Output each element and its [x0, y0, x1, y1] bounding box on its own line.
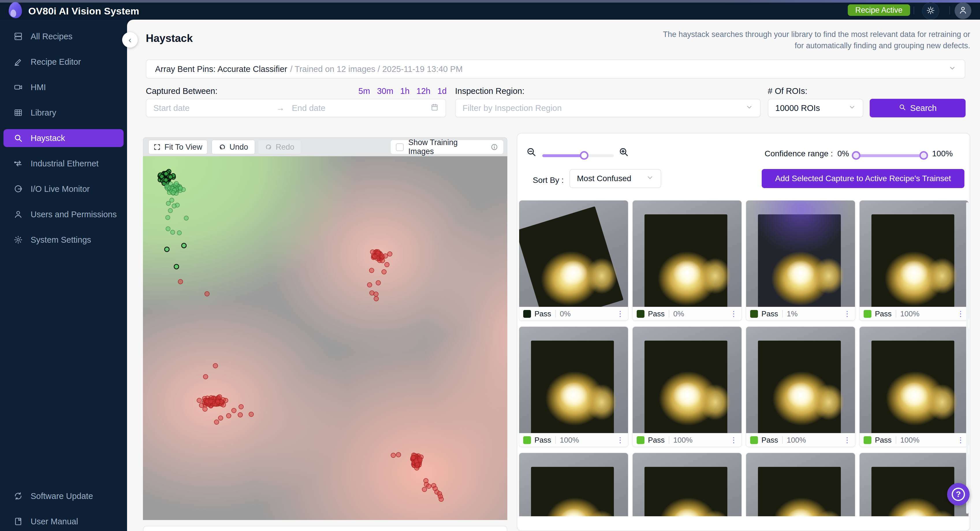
roi-capture-image[interactable] [519, 327, 628, 433]
date-range-input[interactable]: Start date → End date [146, 99, 446, 117]
manual-icon [13, 517, 23, 526]
capture-tile[interactable]: Pass1%⋮ [746, 200, 855, 321]
capture-tile[interactable]: Pass100%⋮ [859, 200, 969, 321]
map-zoom-slider-handle[interactable] [580, 151, 589, 160]
capture-tile[interactable] [519, 453, 628, 516]
roi-capture-image[interactable] [633, 327, 741, 433]
sidebar-item-label: Recipe Editor [30, 57, 81, 67]
library-icon [13, 108, 23, 118]
tile-menu-kebab-icon[interactable]: ⋮ [957, 436, 964, 444]
confidence-slider-handle-max[interactable] [920, 151, 928, 160]
sidebar-item-system-settings[interactable]: System Settings [3, 231, 124, 249]
sidebar-item-software-update[interactable]: Software Update [3, 487, 124, 505]
sidebar-collapse-button[interactable]: ‹ [122, 32, 138, 48]
tile-footer-divider [896, 310, 896, 317]
sun-icon [926, 6, 935, 16]
quick-range-1d[interactable]: 1d [438, 86, 447, 96]
sidebar-item-user-manual[interactable]: User Manual [3, 512, 124, 530]
undo-button[interactable]: Undo [212, 140, 255, 154]
redo-button[interactable]: Redo [258, 140, 301, 154]
hmi-icon [13, 82, 23, 92]
tile-footer: Pass0%⋮ [519, 307, 628, 321]
sidebar-item-library[interactable]: Library [3, 104, 124, 122]
class-color-swatch [637, 310, 644, 318]
confidence-slider-handle-min[interactable] [852, 151, 861, 160]
search-icon [899, 104, 906, 113]
zoom-out-icon[interactable] [526, 147, 536, 158]
roi-capture-image[interactable] [633, 201, 741, 307]
tile-menu-kebab-icon[interactable]: ⋮ [843, 310, 851, 317]
tile-menu-kebab-icon[interactable]: ⋮ [843, 436, 851, 444]
quick-range-1h[interactable]: 1h [400, 86, 409, 96]
class-color-swatch [864, 436, 872, 444]
confidence-range-slider[interactable] [854, 154, 926, 157]
tile-menu-kebab-icon[interactable]: ⋮ [616, 310, 624, 317]
sidebar-item-hmi[interactable]: HMI [3, 78, 124, 96]
sidebar-item-industrial-ethernet[interactable]: Industrial Ethernet [3, 155, 124, 172]
tile-confidence: 100% [787, 436, 806, 445]
sidebar-item-haystack[interactable]: Haystack [3, 129, 124, 147]
tile-menu-kebab-icon[interactable]: ⋮ [730, 436, 737, 444]
chevron-down-icon [848, 104, 856, 113]
tile-menu-kebab-icon[interactable]: ⋮ [957, 310, 964, 317]
sidebar-item-label: System Settings [30, 235, 91, 245]
add-to-trainset-label: Add Selected Capture to Active Recipe's … [775, 174, 951, 183]
map-zoom-slider[interactable] [542, 154, 614, 157]
roi-capture-image[interactable] [519, 201, 628, 307]
map-footer-panel [143, 526, 508, 531]
show-training-images-toggle[interactable]: Show Training Images [390, 140, 504, 154]
tile-menu-kebab-icon[interactable]: ⋮ [730, 310, 737, 317]
recipe-selector[interactable]: Array Bent Pins: Accurate Classifier / T… [146, 59, 965, 78]
roi-capture-image[interactable] [633, 453, 741, 516]
sidebar-item-i-o-live-monitor[interactable]: I/O Live Monitor [3, 180, 124, 198]
tile-footer: Pass100%⋮ [860, 433, 969, 446]
quick-range-30m[interactable]: 30m [377, 86, 393, 96]
user-avatar-button[interactable] [955, 2, 971, 19]
zoom-in-icon[interactable] [619, 147, 629, 158]
scatter-canvas[interactable] [143, 156, 508, 520]
roi-capture-image[interactable] [860, 327, 969, 433]
tile-footer: Pass100%⋮ [633, 433, 741, 446]
roi-capture-image[interactable] [746, 201, 855, 307]
capture-tile[interactable]: Pass100%⋮ [859, 327, 969, 447]
theme-toggle-button[interactable] [922, 2, 939, 20]
calendar-icon[interactable] [431, 103, 439, 113]
search-button-label: Search [910, 104, 937, 113]
add-to-trainset-button[interactable]: Add Selected Capture to Active Recipe's … [762, 169, 964, 188]
sidebar-item-users-and-permissions[interactable]: Users and Permissions [3, 206, 124, 223]
map-toolbar: Fit To View Undo Redo Show Training Imag… [143, 137, 508, 156]
inspection-region-label: Inspection Region: [455, 86, 524, 96]
sidebar-item-label: HMI [30, 83, 46, 92]
embedding-scatter-plot[interactable] [143, 156, 508, 520]
show-training-checkbox[interactable] [396, 143, 404, 151]
capture-tile[interactable] [632, 453, 742, 516]
quick-range-5m[interactable]: 5m [358, 86, 370, 96]
quick-range-12h[interactable]: 12h [416, 86, 430, 96]
range-arrow-icon: → [276, 104, 285, 113]
roi-capture-image[interactable] [860, 201, 969, 307]
search-button[interactable]: Search [870, 99, 966, 117]
help-button[interactable]: ? [947, 483, 970, 505]
tile-menu-kebab-icon[interactable]: ⋮ [616, 436, 624, 444]
class-color-swatch [523, 310, 531, 318]
roi-capture-image[interactable] [746, 327, 855, 433]
topbar-divider [913, 6, 914, 14]
capture-tile[interactable]: Pass100%⋮ [519, 327, 628, 447]
sidebar-item-recipe-editor[interactable]: Recipe Editor [3, 53, 124, 71]
class-color-swatch [864, 310, 872, 318]
inspection-region-select[interactable]: Filter by Inspection Region [455, 99, 760, 117]
roi-count-select[interactable]: 10000 ROIs [768, 99, 863, 117]
results-scrollbar[interactable] [966, 202, 969, 513]
capture-tile[interactable]: Pass0%⋮ [632, 200, 742, 321]
sort-by-select[interactable]: Most Confused [570, 169, 661, 188]
capture-tile[interactable]: Pass100%⋮ [632, 327, 742, 447]
recipe-name: Array Bent Pins: Accurate Classifier [155, 64, 287, 74]
capture-tile[interactable] [746, 453, 855, 516]
capture-tile[interactable]: Pass0%⋮ [519, 200, 628, 321]
capture-tile[interactable]: Pass100%⋮ [746, 327, 855, 447]
class-color-swatch [750, 436, 758, 444]
roi-capture-image[interactable] [519, 453, 628, 516]
fit-to-view-button[interactable]: Fit To View [148, 140, 207, 154]
roi-capture-image[interactable] [746, 453, 855, 516]
sidebar-item-all-recipes[interactable]: All Recipes [3, 27, 124, 45]
